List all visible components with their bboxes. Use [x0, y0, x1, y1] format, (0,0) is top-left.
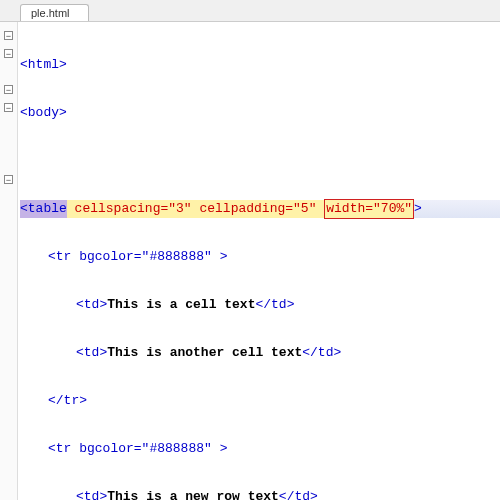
code-line: </tr>	[20, 392, 500, 410]
highlighted-attribute: width="70%"	[324, 199, 414, 219]
tab-bar: ple.html	[0, 0, 500, 22]
file-tab[interactable]: ple.html	[20, 4, 89, 21]
code-line: <tr bgcolor="#888888" >	[20, 248, 500, 266]
fold-toggle[interactable]: −	[0, 80, 17, 98]
code-line: <td>This is another cell text</td>	[20, 344, 500, 362]
code-line: <html>	[20, 56, 500, 74]
fold-toggle[interactable]: −	[0, 170, 17, 188]
fold-toggle[interactable]: −	[0, 26, 17, 44]
fold-gutter: − − − − −	[0, 22, 18, 500]
code-line: <body>	[20, 104, 500, 122]
fold-toggle[interactable]: −	[0, 98, 17, 116]
highlighted-line: <table cellspacing="3" cellpadding="5" w…	[20, 200, 500, 218]
code-line: <tr bgcolor="#888888" >	[20, 440, 500, 458]
code-line: <td>This is a new row text</td>	[20, 488, 500, 500]
code-area[interactable]: <html> <body> <table cellspacing="3" cel…	[18, 22, 500, 500]
code-line	[20, 152, 500, 170]
code-line: <td>This is a cell text</td>	[20, 296, 500, 314]
fold-toggle[interactable]: −	[0, 44, 17, 62]
code-editor[interactable]: − − − − − <html> <body> <table cellspaci…	[0, 22, 500, 500]
